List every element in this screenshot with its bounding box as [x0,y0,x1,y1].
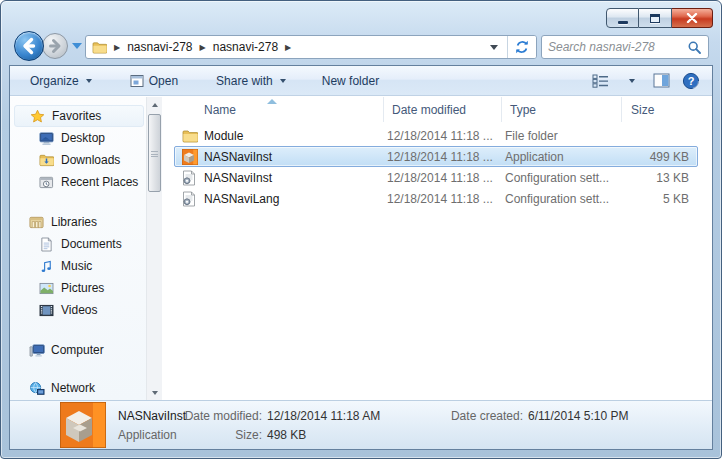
help-button[interactable]: ? [680,70,702,92]
sidebar-item-label: Computer [51,343,104,357]
preview-pane-button[interactable] [650,70,672,92]
window-controls [606,8,713,28]
details-file-type: Application [118,428,182,442]
sidebar-item-pictures[interactable]: Pictures [10,277,146,299]
chevron-down-icon [280,79,286,83]
maximize-button[interactable] [639,8,672,28]
minimize-button[interactable] [606,8,639,28]
back-button[interactable] [14,31,44,61]
sidebar-item-downloads[interactable]: Downloads [10,149,146,171]
breadcrumb-separator: ▶ [114,43,120,52]
sidebar-scrollbar[interactable] [146,97,162,400]
sidebar-item-music[interactable]: Music [10,255,146,277]
command-toolbar: Organize Open Share with New folder [10,66,712,96]
content-area: Favorites Desktop Downloads [10,97,712,400]
column-header-type[interactable]: Type [502,97,622,122]
details-file-name: NASNaviInst [118,409,182,423]
sidebar-item-videos[interactable]: Videos [10,299,146,321]
sidebar-item-label: Recent Places [61,175,138,189]
breadcrumb-separator[interactable]: ▶ [200,43,206,52]
view-options-dropdown[interactable] [620,70,642,92]
network-icon [28,380,45,396]
search-placeholder: Search nasnavi-278 [548,40,687,54]
chevron-down-icon [629,79,635,83]
close-button[interactable] [672,8,713,28]
desktop-icon [38,130,55,146]
sidebar-item-computer[interactable]: Computer [10,339,146,361]
file-name: Module [204,129,243,143]
file-date: 12/18/2014 11:18 ... [385,171,503,185]
column-header-size[interactable]: Size [622,97,712,122]
pictures-icon [38,280,55,296]
details-pane: NASNaviInst Date modified: 12/18/2014 11… [10,400,712,449]
back-arrow-icon [15,32,43,60]
file-name: NASNaviLang [204,192,279,206]
file-rows: Module 12/18/2014 11:18 ... File folder … [162,122,712,209]
organize-button[interactable]: Organize [22,69,100,93]
breadcrumb-separator[interactable]: ▶ [285,43,291,52]
search-input[interactable]: Search nasnavi-278 [541,35,709,59]
organize-label: Organize [30,74,79,88]
scrollbar-grip [151,151,158,157]
toolbar-right: ? [590,70,702,92]
recent-pages-chevron[interactable] [72,43,82,49]
sidebar-item-recent-places[interactable]: Recent Places [10,171,146,193]
column-label: Type [510,103,536,117]
date-modified-value: 12/18/2014 11:18 AM [267,409,432,423]
explorer-window: ▶ nasnavi-278 ▶ nasnavi-278 ▶ Search nas… [0,0,722,459]
new-folder-label: New folder [322,74,379,88]
file-name: NASNaviInst [204,171,272,185]
config-file-icon [182,170,199,186]
file-size: 5 KB [623,192,697,206]
forward-button[interactable] [42,33,68,59]
share-with-button[interactable]: Share with [208,69,294,93]
open-button[interactable]: Open [122,69,186,93]
size-value: 498 KB [267,428,432,442]
sidebar-item-label: Network [51,381,95,395]
column-header-name[interactable]: Name [162,97,384,122]
file-row-nasnaviinst-ini[interactable]: NASNaviInst 12/18/2014 11:18 ... Configu… [174,167,698,188]
scrollbar-thumb[interactable] [148,114,161,192]
file-type: Configuration sett... [503,171,623,185]
file-type: File folder [503,129,623,143]
file-row-nasnavilang-ini[interactable]: NASNaviLang 12/18/2014 11:18 ... Configu… [174,188,698,209]
computer-icon [28,342,45,358]
sidebar-gap [10,361,146,377]
column-label: Name [204,103,236,117]
search-icon[interactable] [687,40,702,55]
open-app-icon [130,74,144,88]
new-folder-button[interactable]: New folder [314,69,387,93]
breadcrumb[interactable]: ▶ nasnavi-278 ▶ nasnavi-278 ▶ [86,36,507,58]
titlebar[interactable] [1,1,721,31]
breadcrumb-item[interactable]: nasnavi-278 [127,40,192,54]
selected-file-large-icon [60,402,106,448]
sidebar-item-favorites[interactable]: Favorites [14,105,144,127]
refresh-button[interactable] [507,36,536,58]
change-view-button[interactable] [590,70,612,92]
column-label: Date modified [392,103,466,117]
scroll-down-button[interactable] [147,385,162,400]
address-dropdown-button[interactable] [485,45,503,50]
sidebar-item-libraries[interactable]: Libraries [10,211,146,233]
downloads-icon [38,152,55,168]
explorer-body: Organize Open Share with New folder [9,65,713,450]
forward-arrow-icon [43,34,67,58]
scroll-up-button[interactable] [147,97,162,112]
sidebar-item-network[interactable]: Network [10,377,146,399]
breadcrumb-item[interactable]: nasnavi-278 [213,40,278,54]
column-header-date-modified[interactable]: Date modified [384,97,502,122]
file-row-nasnaviinst-exe[interactable]: NASNaviInst 12/18/2014 11:18 ... Applica… [174,146,698,167]
column-headers: Name Date modified Type Size [162,97,712,122]
libraries-icon [28,214,45,230]
svg-text:?: ? [688,75,695,87]
navigation-bar: ▶ nasnavi-278 ▶ nasnavi-278 ▶ Search nas… [1,29,721,65]
file-row-module[interactable]: Module 12/18/2014 11:18 ... File folder [174,125,698,146]
sidebar-item-documents[interactable]: Documents [10,233,146,255]
sidebar-item-label: Music [61,259,92,273]
sidebar-item-desktop[interactable]: Desktop [10,127,146,149]
file-date: 12/18/2014 11:18 ... [385,129,503,143]
list-view-icon [592,74,610,88]
maximize-icon [650,14,660,23]
scroll-up-icon [152,103,158,107]
sidebar-item-label: Downloads [61,153,120,167]
